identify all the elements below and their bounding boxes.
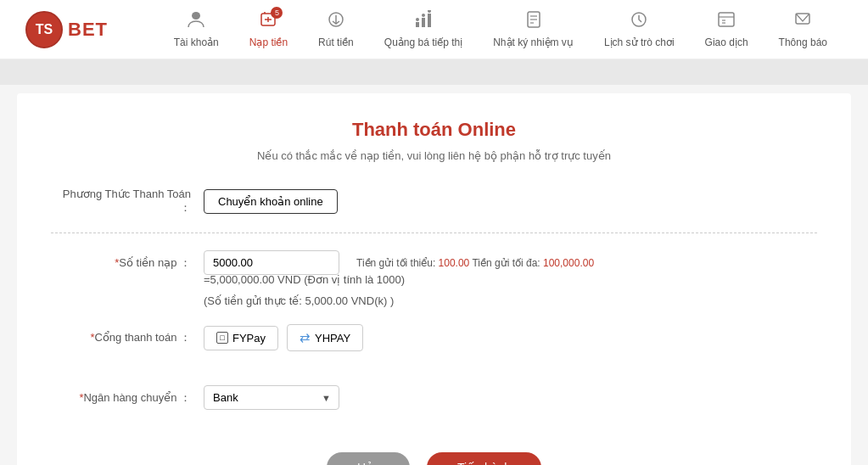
yhpay-label: YHPAY — [315, 332, 350, 345]
history-icon — [630, 10, 648, 33]
nav-item-tai-khoan[interactable]: Tài khoản — [159, 10, 234, 48]
amount-min-value: 100.00 — [439, 257, 470, 269]
nav-label-lich-su: Lịch sử trò chơi — [604, 36, 675, 48]
nav-label-quang-ba: Quảng bá tiếp thị — [384, 36, 462, 48]
amount-input[interactable] — [204, 250, 339, 275]
deposit-badge: 5 — [271, 7, 283, 19]
svg-rect-7 — [422, 18, 425, 27]
gateway-label: *Cổng thanh toán ： — [51, 330, 204, 345]
main-content: Thanh toán Online Nếu có thắc mắc về nạp… — [17, 93, 851, 465]
nav-item-rut-tien[interactable]: Rút tiền — [303, 10, 369, 48]
bank-label: *Ngân hàng chuyển ： — [51, 390, 204, 406]
logo: TS BET — [25, 11, 108, 48]
svg-rect-17 — [719, 13, 734, 26]
page-title: Thanh toán Online — [51, 119, 817, 141]
gateway-control: □ FYPay ⇄ YHPAY — [204, 324, 817, 351]
amount-label: *Số tiền nạp ： — [51, 255, 204, 271]
cancel-button[interactable]: Hủy — [327, 452, 410, 465]
fypay-icon: □ — [216, 332, 228, 344]
gateway-label-text: Cổng thanh toán ： — [94, 331, 191, 344]
payment-method-row: Phương Thức Thanh Toán ： Chuyển khoản on… — [51, 188, 817, 233]
amount-max-value: 100,000.00 — [543, 257, 594, 269]
nav-label-tai-khoan: Tài khoản — [174, 36, 219, 48]
svg-rect-0 — [192, 12, 200, 20]
fypay-button[interactable]: □ FYPay — [204, 326, 278, 350]
amount-control: Tiền gửi tối thiểu: 100.00 Tiền gửi tối … — [204, 250, 817, 275]
payment-method-label: Phương Thức Thanh Toán ： — [51, 188, 204, 216]
amount-section: *Số tiền nạp ： Tiền gửi tối thiểu: 100.0… — [51, 250, 817, 307]
mission-icon — [524, 10, 543, 33]
nav-item-thong-bao[interactable]: Thông báo — [764, 10, 843, 48]
amount-calc: =5,000,000.00 VND (Đơn vị tính là 1000) — [204, 273, 817, 286]
bank-control: Bank — [204, 385, 817, 410]
logo-icon-text: TS — [36, 22, 53, 37]
nav-item-lich-su[interactable]: Lịch sử trò chơi — [589, 10, 690, 48]
svg-point-10 — [422, 14, 425, 17]
withdraw-icon — [327, 10, 345, 33]
svg-rect-8 — [428, 14, 431, 27]
yhpay-button[interactable]: ⇄ YHPAY — [287, 324, 363, 351]
nav-item-nap-tien[interactable]: 5 Nạp tiền — [234, 10, 303, 48]
header: TS BET Tài khoản 5 Nạp tiền Rút tiền — [0, 0, 868, 59]
amount-row: *Số tiền nạp ： Tiền gửi tối thiểu: 100.0… — [51, 250, 817, 278]
amount-label-text: Số tiền nạp ： — [119, 256, 191, 269]
payment-method-button[interactable]: Chuyển khoản online — [204, 189, 338, 214]
svg-point-11 — [428, 10, 431, 13]
main-nav: Tài khoản 5 Nạp tiền Rút tiền Quảng bá t… — [159, 10, 843, 48]
amount-info: Tiền gửi tối thiểu: 100.00 Tiền gửi tối … — [356, 257, 594, 269]
svg-point-9 — [416, 18, 419, 21]
amount-min-label: Tiền gửi tối thiểu: — [356, 257, 435, 269]
page-subtitle: Nếu có thắc mắc về nạp tiền, vui lòng li… — [51, 149, 817, 162]
payment-method-control: Chuyển khoản online — [204, 189, 817, 214]
bank-select-wrapper: Bank — [204, 385, 339, 410]
nav-item-quang-ba[interactable]: Quảng bá tiếp thị — [369, 10, 478, 48]
nav-label-rut-tien: Rút tiền — [318, 36, 354, 48]
nav-label-thong-bao: Thông báo — [779, 36, 827, 48]
nav-label-nhat-ky: Nhật ký nhiệm vụ — [493, 36, 574, 48]
action-row: Hủy Tiến hành — [51, 452, 817, 465]
nav-label-giao-dich: Giao dịch — [705, 36, 748, 48]
notification-icon — [793, 10, 812, 33]
transaction-icon — [717, 10, 736, 33]
nav-item-nhat-ky[interactable]: Nhật ký nhiệm vụ — [478, 10, 589, 48]
logo-icon: TS — [25, 11, 63, 48]
deposit-icon: 5 — [259, 10, 277, 33]
amount-max-label: Tiền gửi tối đa: — [472, 257, 540, 269]
logo-text: BET — [68, 19, 108, 41]
svg-rect-6 — [416, 22, 419, 27]
yhpay-icon: ⇄ — [300, 330, 311, 345]
nav-label-nap-tien: Nạp tiền — [249, 36, 288, 48]
sub-header-bar — [0, 59, 868, 85]
gateway-row: *Cổng thanh toán ： □ FYPay ⇄ YHPAY — [51, 324, 817, 368]
bank-row: *Ngân hàng chuyển ： Bank — [51, 385, 817, 427]
bank-label-text: Ngân hàng chuyển ： — [83, 391, 191, 404]
bank-select[interactable]: Bank — [204, 385, 339, 410]
proceed-button[interactable]: Tiến hành — [427, 452, 541, 465]
promotion-icon — [414, 10, 433, 33]
fypay-label: FYPay — [232, 332, 266, 345]
nav-item-giao-dich[interactable]: Giao dịch — [690, 10, 764, 48]
account-icon — [187, 10, 205, 33]
amount-actual: (Số tiền gửi thực tế: 5,000.00 VND(k) ) — [204, 294, 817, 307]
